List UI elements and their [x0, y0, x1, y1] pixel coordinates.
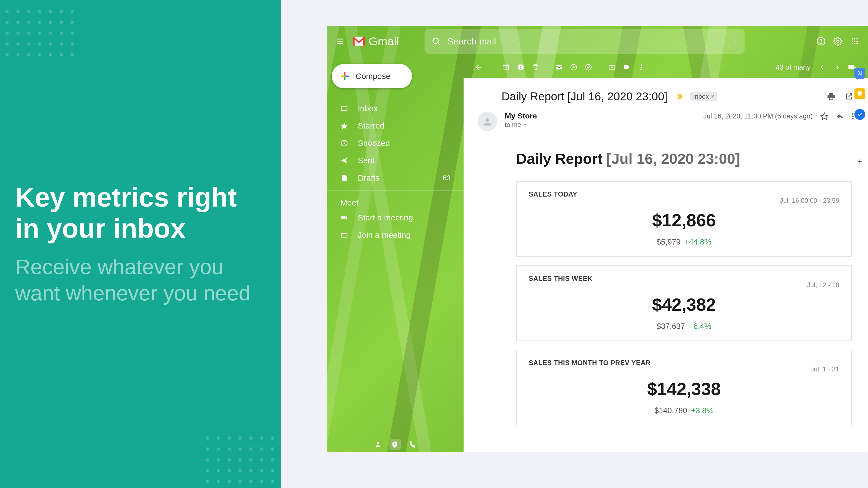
add-to-tasks-icon[interactable] [583, 62, 594, 73]
app-area: Gmail [281, 0, 868, 488]
svg-point-43 [641, 69, 642, 70]
nav-inbox[interactable]: Inbox [327, 100, 458, 117]
gmail-sidebar: Compose Inbox Starred Snoozed Sent [327, 56, 464, 452]
chip-remove-icon[interactable]: × [711, 93, 714, 100]
page-info: 43 of many [775, 63, 810, 72]
keyboard-icon [340, 231, 348, 239]
card-value: $12,866 [529, 210, 839, 230]
sender-avatar[interactable] [478, 112, 497, 131]
sender-meta: My Store to me [505, 112, 696, 131]
svg-rect-37 [556, 65, 562, 69]
clock-icon [340, 139, 348, 147]
svg-rect-26 [341, 216, 346, 219]
email-toolbar: 43 of many [464, 56, 868, 78]
nav-label: Join a meeting [358, 230, 411, 240]
phone-icon[interactable] [407, 438, 418, 450]
email-pane: Daily Report [Jul 16, 2020 23:00] Inbox … [464, 78, 868, 452]
spam-icon[interactable] [515, 62, 527, 73]
snooze-icon[interactable] [568, 62, 579, 73]
decorative-dots-bottom [206, 436, 274, 483]
email-body: Daily Report [Jul 16, 2020 23:00] SALES … [464, 131, 868, 425]
inbox-icon [340, 105, 348, 112]
chevron-down-icon [523, 123, 527, 127]
nav-label: Starred [358, 121, 384, 130]
search-options-icon[interactable] [733, 39, 738, 44]
labels-icon[interactable] [621, 62, 632, 73]
promo-title: Key metrics right in your inbox [15, 182, 266, 244]
older-icon[interactable] [832, 62, 843, 73]
compose-button[interactable]: Compose [332, 64, 412, 88]
card-comparison: $140,780 +3.8% [529, 406, 839, 415]
svg-point-42 [641, 66, 642, 68]
nav-label: Drafts [358, 173, 379, 183]
add-addon-icon[interactable]: + [857, 156, 863, 167]
sent-icon [340, 157, 348, 164]
sender-row: My Store to me Jul 16, 2020, 11:00 PM (6… [464, 109, 868, 131]
help-icon[interactable] [815, 35, 827, 47]
nav-label: Inbox [358, 104, 378, 113]
search-bar[interactable] [425, 29, 745, 54]
right-rail: 31 + [852, 26, 868, 452]
meet-join[interactable]: Join a meeting [327, 226, 458, 244]
meet-start[interactable]: Start a meeting [327, 209, 458, 226]
recipient-line[interactable]: to me [505, 121, 696, 129]
svg-point-10 [837, 40, 839, 42]
svg-point-36 [521, 68, 521, 69]
nav-label: Start a meeting [358, 213, 413, 222]
header-actions [826, 92, 854, 101]
video-icon [340, 214, 348, 222]
gmail-topbar: Gmail [327, 26, 868, 56]
print-icon[interactable] [826, 92, 836, 101]
nav-drafts[interactable]: Drafts 63 [327, 169, 458, 187]
back-icon[interactable] [473, 62, 485, 73]
mark-unread-icon[interactable] [553, 62, 565, 73]
more-icon[interactable] [636, 62, 647, 73]
archive-icon[interactable] [500, 62, 512, 73]
email-subject-row: Daily Report [Jul 16, 2020 23:00] Inbox … [464, 78, 868, 109]
decorative-dots-top [5, 10, 74, 56]
label-chip-inbox[interactable]: Inbox × [690, 92, 717, 101]
svg-rect-34 [506, 67, 507, 68]
card-title: SALES THIS WEEK [529, 274, 839, 283]
svg-rect-35 [521, 66, 521, 67]
chip-label: Inbox [693, 93, 709, 100]
svg-point-41 [641, 64, 642, 66]
gmail-logo[interactable]: Gmail [353, 35, 399, 48]
svg-rect-4 [353, 37, 354, 46]
reply-icon[interactable] [836, 112, 844, 120]
svg-rect-27 [341, 233, 347, 237]
compose-label: Compose [355, 72, 390, 81]
gmail-brand-text: Gmail [369, 35, 399, 48]
sidebar-divider [327, 190, 464, 191]
svg-point-39 [586, 65, 591, 70]
metric-card: SALES THIS WEEKJul, 12 - 18$42,382$37,63… [516, 265, 852, 341]
move-to-icon[interactable] [606, 62, 618, 73]
svg-point-46 [486, 118, 489, 122]
delete-icon[interactable] [530, 62, 541, 73]
newer-icon[interactable] [816, 62, 828, 73]
card-range: Jul, 12 - 18 [807, 281, 839, 289]
nav-sent[interactable]: Sent [327, 152, 458, 169]
settings-icon[interactable] [832, 35, 844, 47]
nav-starred[interactable]: Starred [327, 117, 458, 134]
hangouts-icon[interactable] [390, 438, 401, 450]
svg-rect-5 [363, 37, 365, 46]
person-icon[interactable] [372, 438, 383, 450]
gmail-m-icon [353, 37, 365, 46]
tasks-addon-icon[interactable] [855, 109, 865, 120]
card-value: $42,382 [529, 294, 839, 315]
importance-marker-icon[interactable] [676, 94, 683, 99]
nav-label: Sent [358, 156, 375, 165]
svg-point-6 [433, 38, 438, 43]
search-input[interactable] [447, 36, 726, 46]
nav-snoozed[interactable]: Snoozed [327, 134, 458, 152]
report-title-prefix: Daily Report [516, 151, 607, 167]
keep-addon-icon[interactable] [855, 88, 865, 99]
star-outline-icon[interactable] [820, 112, 828, 120]
calendar-addon-icon[interactable]: 31 [855, 68, 865, 78]
menu-icon[interactable] [335, 35, 346, 47]
svg-point-32 [377, 442, 379, 444]
svg-point-9 [821, 43, 822, 44]
card-range: Jul, 16 00:00 - 23:59 [780, 197, 839, 204]
meet-section-title: Meet [327, 194, 464, 209]
